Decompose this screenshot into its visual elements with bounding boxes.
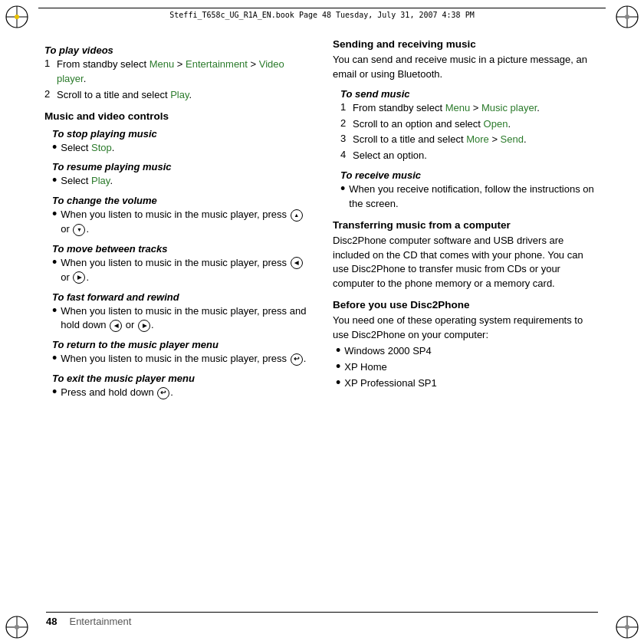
page-number: 48 [46, 616, 57, 627]
link-open: Open [484, 118, 508, 130]
icon-back-exit [157, 387, 169, 399]
bullet-receive-music: • When you receive notification, follow … [340, 182, 600, 212]
icon-left-track [291, 257, 303, 269]
corner-mark-br [613, 613, 641, 641]
icon-right-ff [138, 320, 150, 332]
header-bar: Steffi_T658c_UG_R1A_EN.book Page 48 Tues… [38, 8, 606, 19]
text-before-disc2phone: You need one of these operating system r… [333, 314, 600, 343]
icon-down-volume [73, 224, 85, 236]
corner-mark-tl [3, 3, 31, 31]
send-step-2: 2 Scroll to an option and select Open. [340, 117, 600, 132]
svg-point-15 [625, 625, 629, 629]
heading-sending-music: Sending and receiving music [333, 38, 600, 50]
bullet-win2000: • Windows 2000 SP4 [336, 344, 600, 359]
play-step-1: 1 From standby select Menu > Entertainme… [44, 58, 311, 87]
heading-change-volume: To change the volume [52, 195, 311, 206]
send-step-4: 4 Select an option. [340, 149, 600, 163]
link-stop: Stop [91, 142, 112, 153]
svg-point-11 [15, 625, 19, 629]
send-step-1: 1 From standby select Menu > Music playe… [340, 101, 600, 116]
send-step-3: 3 Scroll to a title and select More > Se… [340, 133, 600, 147]
link-entertainment: Entertainment [186, 58, 248, 70]
bullet-stop-music: • Select Stop. [52, 141, 311, 156]
bullet-fast-forward: • When you listen to music in the music … [52, 304, 311, 334]
bullet-move-tracks: • When you listen to music in the music … [52, 256, 311, 285]
bullet-exit-menu: • Press and hold down . [52, 386, 311, 400]
play-step-2: 2 Scroll to a title and select Play. [44, 88, 311, 103]
heading-exit-menu: To exit the music player menu [52, 373, 311, 384]
link-play: Play [170, 89, 189, 100]
page-container: Steffi_T658c_UG_R1A_EN.book Page 48 Tues… [0, 0, 644, 644]
bullet-change-volume: • When you listen to music in the music … [52, 208, 311, 237]
link-music-player: Music player [481, 102, 537, 113]
heading-before-disc2phone: Before you use Disc2Phone [333, 299, 600, 310]
svg-point-3 [15, 15, 19, 19]
icon-right-track [73, 271, 85, 284]
bullet-return-menu: • When you listen to music in the music … [52, 352, 311, 366]
heading-play-videos: To play videos [44, 44, 311, 56]
link-menu-2: Menu [445, 102, 471, 113]
icon-back-return [291, 353, 303, 366]
icon-left-ff [110, 320, 122, 332]
left-column: To play videos 1 From standby select Men… [44, 38, 311, 602]
link-more: More [466, 133, 489, 145]
heading-resume-music: To resume playing music [52, 161, 311, 172]
text-transfer-music: Disc2Phone computer software and USB dri… [333, 234, 600, 291]
corner-mark-tr [613, 3, 641, 31]
bullet-resume-music: • Select Play. [52, 174, 311, 189]
heading-fast-forward: To fast forward and rewind [52, 291, 311, 303]
footer-bar: 48 Entertainment [46, 612, 598, 627]
header-text: Steffi_T658c_UG_R1A_EN.book Page 48 Tues… [169, 11, 474, 19]
text-sending-music: You can send and receive music in a pict… [333, 53, 600, 82]
link-menu-1: Menu [150, 58, 175, 70]
heading-music-video-controls: Music and video controls [44, 110, 311, 122]
content-area: To play videos 1 From standby select Men… [44, 38, 600, 602]
heading-return-menu: To return to the music player menu [52, 339, 311, 350]
link-play-2: Play [91, 175, 110, 186]
bullet-xp-pro: • XP Professional SP1 [336, 376, 600, 391]
link-send: Send [501, 133, 524, 145]
corner-mark-bl [3, 613, 31, 641]
heading-receive-music: To receive music [340, 169, 600, 181]
heading-transfer-music: Transferring music from a computer [333, 219, 600, 231]
icon-up-volume [291, 209, 303, 222]
svg-point-7 [625, 15, 629, 19]
heading-stop-music: To stop playing music [52, 128, 311, 140]
right-column: Sending and receiving music You can send… [333, 38, 600, 602]
heading-move-tracks: To move between tracks [52, 243, 311, 255]
bullet-xp-home: • XP Home [336, 360, 600, 375]
heading-send-music: To send music [340, 88, 600, 100]
footer-section: Entertainment [69, 616, 131, 627]
